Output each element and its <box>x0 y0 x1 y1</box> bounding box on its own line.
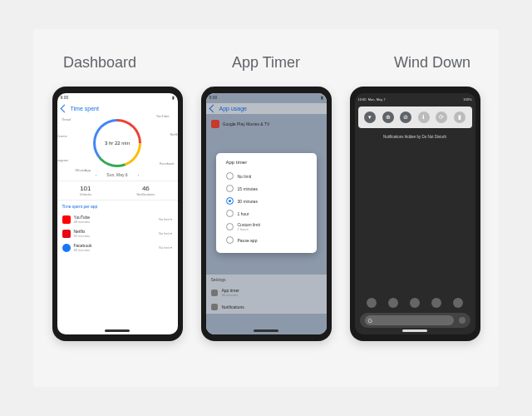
ring-total: 3 hr 22 min <box>93 119 141 167</box>
option-pause[interactable]: Pause app <box>223 234 310 246</box>
app-icon[interactable] <box>453 298 463 308</box>
title-apptimer: App Timer <box>212 54 320 72</box>
qs-toggle-6[interactable]: ▮ <box>454 111 466 123</box>
back-icon[interactable] <box>60 105 68 113</box>
radio-icon[interactable] <box>226 223 234 230</box>
search-dock: G <box>360 313 470 328</box>
limit-dropdown[interactable]: No limit ▾ <box>159 231 172 235</box>
option-1hour[interactable]: 1 hour <box>223 207 310 220</box>
radio-icon[interactable] <box>226 172 234 180</box>
quick-settings: ▾ ⊕ ⊘ ℹ ⟳ ▮ <box>358 106 472 128</box>
app-icon[interactable] <box>431 298 441 308</box>
app-icon[interactable] <box>410 298 420 308</box>
winddown-screen: 10:00 Mon, May 7 100% ▾ ⊕ ⊘ ℹ ⟳ ▮ Notifi… <box>355 93 475 334</box>
home-indicator[interactable] <box>105 329 130 332</box>
stat-unlocks[interactable]: 101 Unlocks <box>80 185 91 196</box>
phone-apptimer: 9:00▮ App usage Google Play Movies & TV … <box>201 87 332 341</box>
status-bar: 9:00▮ <box>57 93 178 103</box>
radio-icon-selected[interactable] <box>226 197 234 205</box>
mic-icon[interactable] <box>459 317 466 324</box>
option-nolimit[interactable]: No limit <box>223 170 310 182</box>
qs-toggle-3[interactable]: ⊘ <box>400 111 411 123</box>
google-search-pill[interactable]: G <box>365 315 454 325</box>
facebook-icon <box>62 244 71 252</box>
status-bar: 9:00▮ <box>206 93 327 103</box>
phone-winddown: 10:00 Mon, May 7 100% ▾ ⊕ ⊘ ℹ ⟳ ▮ Notifi… <box>350 87 480 341</box>
title-dashboard: Dashboard <box>46 54 154 72</box>
radio-icon[interactable] <box>226 185 234 192</box>
app-row-netflix[interactable]: Netflix32 minutes No limit ▾ <box>57 226 178 240</box>
option-30min[interactable]: 30 minutes <box>223 195 310 207</box>
apptimer-screen: 9:00▮ App usage Google Play Movies & TV … <box>206 93 327 334</box>
app-icon[interactable] <box>388 298 398 308</box>
apptimer-dialog: App timer No limit 15 minutes 30 minutes… <box>216 153 317 253</box>
back-icon[interactable] <box>209 105 217 113</box>
home-indicator[interactable] <box>254 329 278 332</box>
bell-icon <box>211 304 218 310</box>
app-row-facebook[interactable]: Facebook30 minutes No limit ▾ <box>57 240 178 255</box>
dialog-title: App timer <box>223 160 310 165</box>
youtube-icon <box>62 215 71 224</box>
status-bar: 10:00 Mon, May 7 100% <box>355 93 475 105</box>
titles-row: Dashboard App Timer Wind Down <box>46 54 486 72</box>
app-icon[interactable] <box>367 298 377 308</box>
stats-row: 101 Unlocks 46 Notifications <box>57 181 178 200</box>
option-15min[interactable]: 15 minutes <box>223 182 310 195</box>
header-appusage[interactable]: App usage <box>206 103 327 114</box>
timer-icon <box>211 290 218 296</box>
limit-dropdown[interactable]: No limit ▾ <box>159 245 172 250</box>
qs-toggle-5[interactable]: ⟳ <box>436 111 447 123</box>
dashboard-screen: 9:00▮ Time spent 3 hr 22 min YouTube Net… <box>57 93 178 334</box>
header-title: Time spent <box>71 106 99 111</box>
feature-showcase: Dashboard App Timer Wind Down 9:00▮ Time… <box>33 29 499 387</box>
app-row-youtube[interactable]: YouTube48 minutes No limit ▾ <box>57 212 178 226</box>
setting-notifications[interactable]: Notifications <box>206 300 327 314</box>
usage-ring[interactable]: 3 hr 22 min <box>93 119 141 167</box>
option-custom[interactable]: Custom limit2 hours <box>223 220 310 234</box>
qs-toggle-1[interactable]: ▾ <box>364 111 376 123</box>
netflix-icon <box>62 230 71 238</box>
qs-toggle-4[interactable]: ℹ <box>418 111 430 123</box>
section-perapp: Time spent per app <box>57 200 178 212</box>
settings-section: Settings App timer30 minutes Notificatio… <box>206 275 327 314</box>
play-movies-icon <box>211 120 219 128</box>
dnd-message: Notifications hidden by Do Not Disturb <box>355 135 475 139</box>
radio-icon[interactable] <box>226 236 234 244</box>
radio-icon[interactable] <box>226 210 234 217</box>
setting-apptimer[interactable]: App timer30 minutes <box>206 285 327 300</box>
home-indicator[interactable] <box>402 329 427 332</box>
home-apps-row <box>355 298 475 308</box>
qs-toggle-2[interactable]: ⊕ <box>382 111 394 123</box>
phones-row: 9:00▮ Time spent 3 hr 22 min YouTube Net… <box>52 87 480 341</box>
stat-notifications[interactable]: 46 Notifications <box>136 185 155 196</box>
limit-dropdown[interactable]: No limit ▾ <box>159 217 172 221</box>
phone-dashboard: 9:00▮ Time spent 3 hr 22 min YouTube Net… <box>52 87 183 341</box>
title-winddown: Wind Down <box>378 54 486 72</box>
